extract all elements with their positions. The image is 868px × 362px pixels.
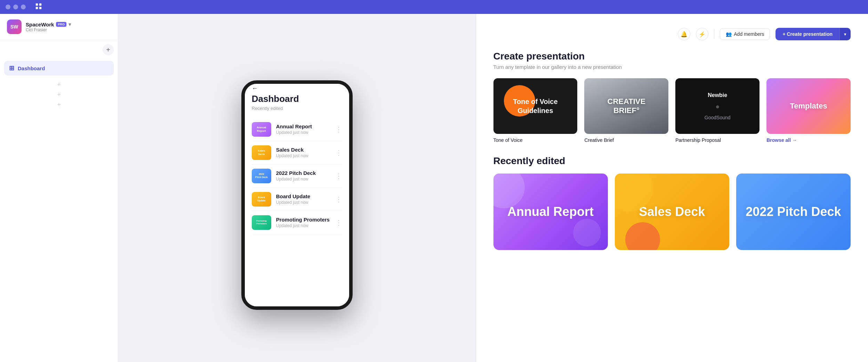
annual-circle2 [573, 219, 601, 247]
phone-item-more-annual[interactable]: ⋮ [335, 125, 342, 134]
phone-item-info-annual: Annual Report Updated just now [276, 123, 330, 135]
phone-item-updated-annual: Updated just now [276, 130, 330, 135]
annual-shapes: Annual Report [493, 174, 608, 250]
partner-separator: ● [715, 103, 720, 111]
sidebar-item-dashboard[interactable]: ⊞ Dashboard [4, 61, 114, 75]
phone-mockup-area: ← Dashboard Recently edited AnnualReport… [118, 14, 476, 362]
phone-item-info-promoting: Promoting Promoters Updated just now [276, 217, 330, 228]
svg-rect-2 [36, 7, 38, 9]
phone-item-title-annual: Annual Report [276, 123, 330, 129]
phone-item-title-promoting: Promoting Promoters [276, 217, 330, 223]
create-presentation-button[interactable]: + Create presentation [775, 28, 839, 40]
sidebar-add-button[interactable]: + [103, 44, 114, 55]
phone-item-updated-board: Updated just now [276, 200, 330, 205]
dashboard-icon: ⊞ [9, 64, 14, 72]
pro-badge: PRO [56, 22, 66, 27]
template-grid: Tone of VoiceGuidelines Tone of Voice CR… [493, 78, 851, 143]
template-thumb-creative: CREATIVEBRIEF° [584, 78, 668, 134]
phone-item-title-sales: Sales Deck [276, 147, 330, 153]
recent-card-text-pitch: 2022 Pitch Deck [746, 204, 841, 219]
traffic-light-min[interactable] [13, 5, 18, 9]
sidebar-plus-3[interactable]: + [0, 100, 118, 110]
main-content: 🔔 ⚡ 👥 Add members + Create presentation … [476, 14, 868, 362]
traffic-light-close[interactable] [6, 5, 10, 9]
workspace-info: SpaceWork PRO ▾ Cici Frasier [26, 22, 111, 32]
phone-item-updated-pitch: Updated just now [276, 177, 330, 182]
workspace-name-label: SpaceWork [26, 22, 54, 27]
phone-item-info-board: Board Update Updated just now [276, 193, 330, 205]
workspace-header[interactable]: SW SpaceWork PRO ▾ Cici Frasier [0, 14, 118, 40]
recent-grid: Annual Report Sales Deck 2022 Pitch Deck [493, 174, 851, 250]
sales-circle2 [625, 222, 660, 250]
phone-thumb-pitch: 2022Pitch Deck [252, 169, 271, 183]
template-card-browse[interactable]: Templates Browse all → [766, 78, 851, 143]
recent-card-annual[interactable]: Annual Report [493, 174, 608, 250]
recent-card-text-annual: Annual Report [507, 204, 594, 219]
phone-item-title-board: Board Update [276, 193, 330, 199]
notifications-button[interactable]: 🔔 [678, 28, 690, 40]
phone-thumb-promoting: PromotingPromoters [252, 215, 271, 230]
add-members-button[interactable]: 👥 Add members [720, 28, 770, 40]
phone-item-more-promoting[interactable]: ⋮ [335, 218, 342, 227]
phone-item-more-pitch[interactable]: ⋮ [335, 172, 342, 180]
add-members-label: Add members [734, 31, 764, 37]
phone-content: Dashboard Recently edited AnnualReport A… [245, 94, 349, 241]
sales-shapes: Sales Deck [615, 174, 729, 250]
create-presentation-dropdown[interactable]: ▾ [839, 28, 851, 40]
create-btn-group: + Create presentation ▾ [775, 28, 851, 40]
phone-list-item-board[interactable]: BoardUpdate Board Update Updated just no… [252, 188, 342, 211]
traffic-light-max[interactable] [21, 5, 26, 9]
partner-goodsound-label: GoodSound [705, 115, 731, 120]
workspace-avatar: SW [7, 19, 22, 34]
phone-recently-edited-label: Recently edited [252, 106, 342, 111]
workspace-name-row: SpaceWork PRO ▾ [26, 22, 111, 27]
create-section-title: Create presentation [493, 51, 851, 62]
traffic-lights [6, 5, 26, 9]
sidebar: SW SpaceWork PRO ▾ Cici Frasier + ⊞ Dash… [0, 14, 118, 362]
browse-all-card-text: Templates [790, 102, 827, 111]
template-label-partnership: Partnership Proposal [675, 137, 760, 143]
template-thumb-browse: Templates [766, 78, 851, 134]
svg-rect-1 [39, 3, 41, 6]
phone-item-info-pitch: 2022 Pitch Deck Updated just now [276, 170, 330, 182]
phone-item-more-board[interactable]: ⋮ [335, 195, 342, 203]
phone-item-info-sales: Sales Deck Updated just now [276, 147, 330, 158]
sidebar-plus-2[interactable]: + [0, 90, 118, 100]
template-card-partnership[interactable]: Newbie ● GoodSound Partnership Proposal [675, 78, 760, 143]
lightning-button[interactable]: ⚡ [696, 28, 708, 40]
creative-text: CREATIVEBRIEF° [608, 97, 646, 115]
phone-thumb-board: BoardUpdate [252, 192, 271, 207]
add-members-icon: 👥 [726, 31, 732, 37]
annual-circle1 [493, 174, 525, 208]
header-separator [714, 29, 714, 39]
phone-back-button[interactable]: ← [252, 85, 258, 92]
sidebar-item-dashboard-label: Dashboard [18, 65, 45, 71]
phone-thumb-annual: AnnualReport [252, 122, 271, 137]
phone-list-item-sales[interactable]: SalesDeck Sales Deck Updated just now ⋮ [252, 141, 342, 164]
chevron-down-icon: ▾ [69, 22, 71, 27]
template-thumb-tone: Tone of VoiceGuidelines [493, 78, 578, 134]
phone-item-more-sales[interactable]: ⋮ [335, 148, 342, 157]
app-grid-icon[interactable] [35, 2, 42, 11]
browse-all-link[interactable]: Browse all → [766, 137, 851, 143]
sidebar-plus-1[interactable]: + [0, 80, 118, 90]
recent-card-sales[interactable]: Sales Deck [615, 174, 729, 250]
tone-text: Tone of VoiceGuidelines [513, 97, 557, 115]
template-card-tone[interactable]: Tone of VoiceGuidelines Tone of Voice [493, 78, 578, 143]
recent-card-text-sales: Sales Deck [639, 204, 705, 219]
phone-list-item-annual[interactable]: AnnualReport Annual Report Updated just … [252, 118, 342, 141]
phone-mockup: ← Dashboard Recently edited AnnualReport… [241, 80, 353, 310]
main-header: 🔔 ⚡ 👥 Add members + Create presentation … [493, 28, 851, 40]
template-label-creative: Creative Brief [584, 137, 668, 143]
sidebar-nav: + ⊞ Dashboard [0, 40, 118, 80]
create-presentation-label: + Create presentation [782, 31, 833, 37]
phone-item-title-pitch: 2022 Pitch Deck [276, 170, 330, 176]
phone-list-item-pitch[interactable]: 2022Pitch Deck 2022 Pitch Deck Updated j… [252, 164, 342, 188]
recent-card-pitch[interactable]: 2022 Pitch Deck [736, 174, 851, 250]
phone-item-updated-promoting: Updated just now [276, 223, 330, 228]
partner-newbie-label: Newbie [708, 92, 727, 98]
recently-edited-title: Recently edited [493, 155, 851, 167]
template-thumb-partnership: Newbie ● GoodSound [675, 78, 760, 134]
template-card-creative[interactable]: CREATIVEBRIEF° Creative Brief [584, 78, 668, 143]
phone-list-item-promoting[interactable]: PromotingPromoters Promoting Promoters U… [252, 211, 342, 234]
